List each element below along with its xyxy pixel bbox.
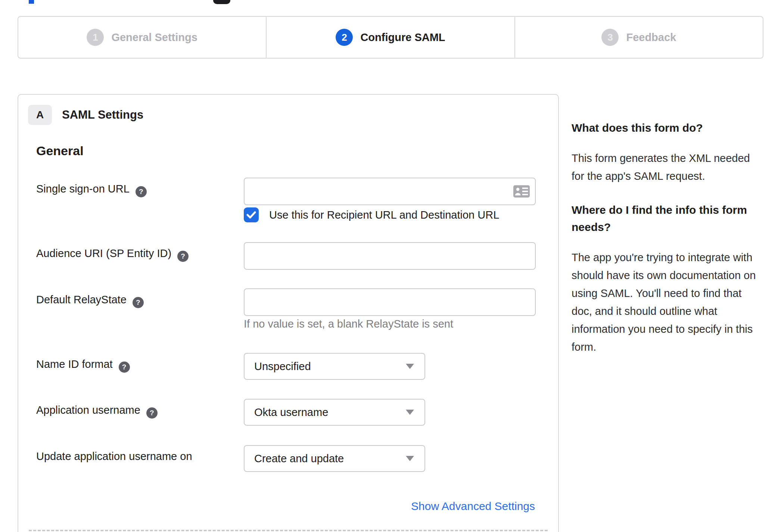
- single-sign-on-url-label: Single sign-on URL?: [36, 183, 147, 197]
- step-general-settings[interactable]: 1 General Settings: [18, 17, 266, 58]
- section-badge-a: A: [28, 105, 52, 125]
- help-panel: What does this form do? This form genera…: [572, 119, 763, 372]
- help-question-1-body: This form generates the XML needed for t…: [572, 149, 763, 185]
- relaystate-helper-text: If no value is set, a blank RelayState i…: [244, 318, 453, 330]
- update-username-on-label: Update application username on: [36, 450, 192, 463]
- dropdown-arrow-icon: [406, 456, 414, 461]
- default-relaystate-label: Default RelayState?: [36, 294, 144, 308]
- general-heading: General: [36, 144, 84, 158]
- step-number-badge: 1: [87, 29, 104, 46]
- help-icon[interactable]: ?: [133, 297, 144, 308]
- step-label: Configure SAML: [360, 31, 445, 44]
- select-value: Create and update: [245, 453, 406, 465]
- help-question-1-title: What does this form do?: [572, 119, 763, 137]
- default-relaystate-input[interactable]: [244, 288, 536, 316]
- audience-uri-label: Audience URI (SP Entity ID)?: [36, 247, 189, 262]
- step-feedback[interactable]: 3 Feedback: [514, 17, 763, 58]
- help-icon[interactable]: ?: [119, 362, 130, 373]
- help-icon[interactable]: ?: [177, 251, 189, 262]
- single-sign-on-url-input[interactable]: [244, 178, 536, 205]
- cropped-title-fragment-blue: [29, 0, 34, 4]
- dropdown-arrow-icon: [406, 364, 414, 369]
- help-icon[interactable]: ?: [146, 407, 158, 419]
- dashed-divider: [29, 530, 548, 531]
- step-configure-saml[interactable]: 2 Configure SAML: [266, 17, 514, 58]
- name-id-format-select[interactable]: Unspecified: [244, 353, 425, 380]
- section-title: SAML Settings: [62, 105, 143, 125]
- update-username-on-select[interactable]: Create and update: [244, 445, 425, 472]
- checkmark-icon: [246, 211, 256, 219]
- audience-uri-input[interactable]: [244, 242, 536, 270]
- wizard-stepper: 1 General Settings 2 Configure SAML 3 Fe…: [18, 16, 763, 59]
- step-label: General Settings: [111, 31, 197, 44]
- recipient-url-checkbox[interactable]: [244, 207, 259, 222]
- name-id-format-label: Name ID format?: [36, 358, 130, 373]
- step-number-badge: 2: [336, 29, 353, 46]
- recipient-url-checkbox-row: Use this for Recipient URL and Destinati…: [244, 207, 499, 222]
- recipient-url-checkbox-label[interactable]: Use this for Recipient URL and Destinati…: [269, 209, 499, 221]
- saml-settings-panel: A SAML Settings General Single sign-on U…: [18, 94, 559, 532]
- help-question-2-body: The app you're trying to integrate with …: [572, 248, 763, 356]
- step-number-badge: 3: [601, 29, 619, 46]
- select-value: Unspecified: [245, 360, 406, 373]
- application-username-select[interactable]: Okta username: [244, 399, 425, 426]
- step-label: Feedback: [626, 31, 676, 44]
- contact-card-icon: [513, 185, 530, 198]
- dropdown-arrow-icon: [406, 410, 414, 415]
- show-advanced-settings-link[interactable]: Show Advanced Settings: [411, 500, 535, 513]
- help-icon[interactable]: ?: [136, 186, 147, 197]
- select-value: Okta username: [245, 406, 406, 419]
- help-question-2-title: Where do I find the info this form needs…: [572, 201, 763, 236]
- application-username-label: Application username?: [36, 404, 158, 419]
- cropped-title-fragment-black: [213, 0, 230, 4]
